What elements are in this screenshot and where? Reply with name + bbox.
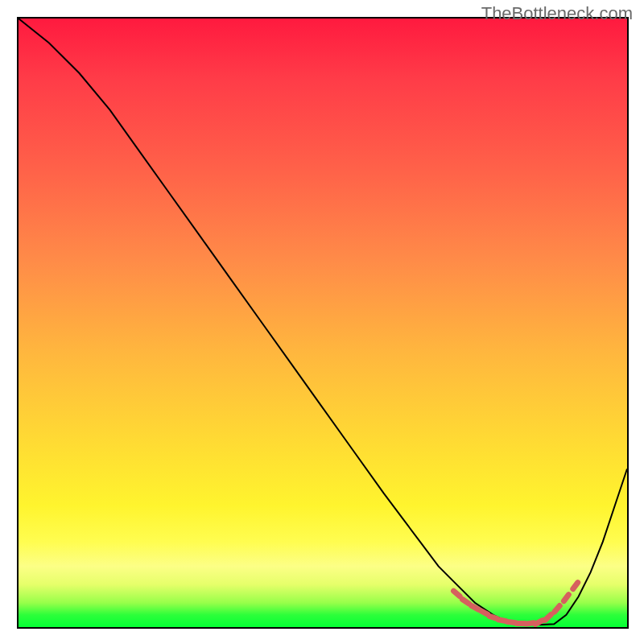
chart-plot-area bbox=[17, 17, 629, 629]
watermark-text: TheBottleneck.com bbox=[481, 3, 633, 24]
bottleneck-curve bbox=[19, 19, 627, 625]
optimal-range-markers bbox=[454, 583, 578, 625]
chart-svg bbox=[19, 19, 627, 627]
